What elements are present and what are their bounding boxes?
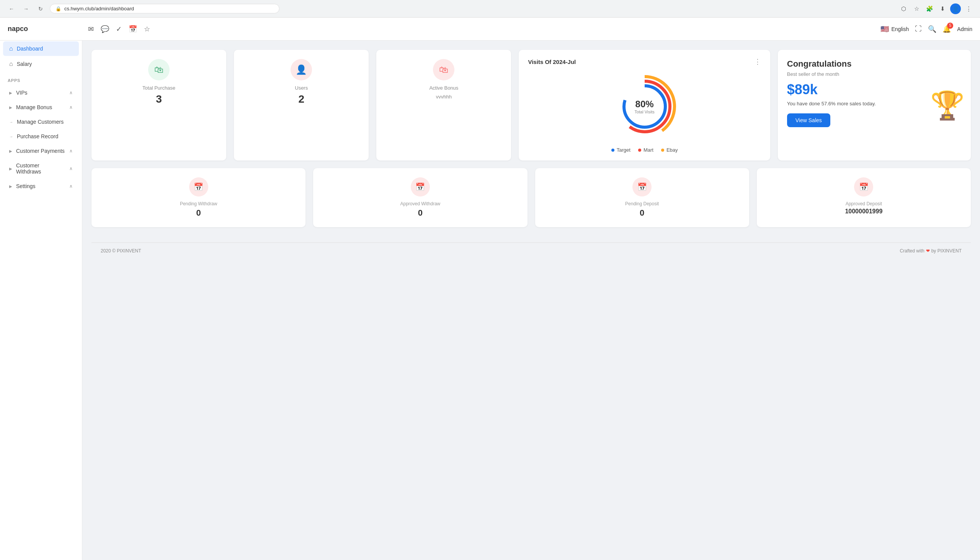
apps-section-label: APPS <box>0 72 82 85</box>
calendar-icon: 📅 <box>415 182 425 192</box>
check-icon[interactable]: ✓ <box>116 25 122 33</box>
approved-withdraw-icon-circle: 📅 <box>411 177 430 197</box>
approved-deposit-card: 📅 Approved Deposit 10000001999 <box>757 168 971 227</box>
users-label: Users <box>295 85 308 91</box>
reload-button[interactable]: ↻ <box>35 3 46 14</box>
congrats-title: Congratulations <box>787 59 962 69</box>
calendar-icon[interactable]: 📅 <box>129 25 137 33</box>
pending-deposit-card: 📅 Pending Deposit 0 <box>535 168 749 227</box>
users-value: 2 <box>298 93 304 105</box>
sidebar-item-manage-customers[interactable]: → Manage Customers <box>3 115 79 129</box>
total-purchase-label: Total Purchase <box>143 85 175 91</box>
lock-icon: 🔒 <box>55 6 61 12</box>
congrats-subtitle: Best seller of the month <box>787 71 962 77</box>
donut-label: Total Visits <box>635 110 654 114</box>
approved-deposit-value: 10000001999 <box>845 208 882 215</box>
sidebar-item-label: Dashboard <box>17 46 73 52</box>
url-text: cs.hwym.club/admin/dashboard <box>64 6 134 12</box>
chat-icon[interactable]: 💬 <box>101 25 109 33</box>
congratulations-card: Congratulations Best seller of the month… <box>778 50 971 160</box>
search-button[interactable]: 🔍 <box>928 25 936 33</box>
shopping-bag-icon: 🛍 <box>154 64 163 75</box>
calendar-icon: 📅 <box>637 182 647 192</box>
language-label: English <box>891 26 909 32</box>
sidebar-item-label: Manage Customers <box>17 119 73 125</box>
home-icon: ⌂ <box>9 45 13 52</box>
chevron-up-icon: ∧ <box>69 148 73 153</box>
page-content: 🛍 Total Purchase 3 👤 Users 2 🛍 <box>82 41 980 560</box>
main-area: ⌂ Dashboard ⌂ Salary APPS ▶ VIPs ∧ ▶ Man… <box>0 41 980 560</box>
footer-right: Crafted with ❤ by PIXINVENT <box>900 248 962 253</box>
play-icon: ▶ <box>9 149 12 153</box>
users-icon-circle: 👤 <box>291 59 312 80</box>
legend-ebay: Ebay <box>661 147 678 153</box>
chevron-up-icon: ∧ <box>69 90 73 95</box>
profile-button[interactable]: 👤 <box>950 3 961 14</box>
sidebar-item-label: Customer Withdraws <box>16 162 65 175</box>
footer: 2020 © PIXINVENT Crafted with ❤ by PIXIN… <box>91 242 971 259</box>
mart-dot <box>638 148 641 152</box>
approved-deposit-label: Approved Deposit <box>845 201 882 207</box>
bookmark-button[interactable]: ☆ <box>911 3 922 14</box>
mart-label: Mart <box>643 147 653 153</box>
sidebar-item-label: Manage Bonus <box>16 104 65 110</box>
view-sales-button[interactable]: View Sales <box>787 113 831 127</box>
star-icon[interactable]: ☆ <box>144 25 150 33</box>
fullscreen-button[interactable]: ⛶ <box>915 25 922 33</box>
brand-name: napco <box>8 25 88 33</box>
sidebar-item-vips[interactable]: ▶ VIPs ∧ <box>3 86 79 100</box>
by-text: by PIXINVENT <box>931 248 962 253</box>
language-selector[interactable]: 🇺🇸 English <box>880 25 909 33</box>
app-wrapper: napco ✉ 💬 ✓ 📅 ☆ 🇺🇸 English ⛶ 🔍 🔔 5 Admin <box>0 18 980 560</box>
bonus-bag-icon: 🛍 <box>439 64 448 75</box>
sidebar-item-purchase-record[interactable]: → Purchase Record <box>3 130 79 143</box>
sidebar-item-settings[interactable]: ▶ Settings ∧ <box>3 179 79 193</box>
extensions-button[interactable]: 🧩 <box>924 3 935 14</box>
sidebar-item-label: VIPs <box>16 90 65 96</box>
sidebar-item-manage-bonus[interactable]: ▶ Manage Bonus ∧ <box>3 100 79 114</box>
address-bar[interactable]: 🔒 cs.hwym.club/admin/dashboard <box>50 4 279 13</box>
approved-withdraw-value: 0 <box>418 208 423 218</box>
sidebar-item-salary[interactable]: ⌂ Salary <box>3 57 79 71</box>
cast-button[interactable]: ⬡ <box>898 3 909 14</box>
sidebar-item-customer-withdraws[interactable]: ▶ Customer Withdraws ∧ <box>3 158 79 178</box>
ebay-dot <box>661 148 664 152</box>
chart-title: Visits Of 2024-Jul <box>528 58 576 65</box>
pending-deposit-icon-circle: 📅 <box>633 177 651 197</box>
chevron-up-icon: ∧ <box>69 166 73 171</box>
sidebar-item-label: Purchase Record <box>17 133 73 140</box>
download-button[interactable]: ⬇ <box>937 3 948 14</box>
chart-area: 80% Total Visits Target Mart <box>528 72 761 153</box>
legend-target: Target <box>611 147 631 153</box>
back-button[interactable]: ← <box>6 3 17 14</box>
forward-button[interactable]: → <box>21 3 32 14</box>
admin-name: Admin <box>957 26 972 32</box>
user-icon: 👤 <box>296 64 307 75</box>
chart-menu-button[interactable]: ⋮ <box>754 57 761 66</box>
crafted-text: Crafted with <box>900 248 925 253</box>
donut-center: 80% Total Visits <box>635 99 654 114</box>
calendar-icon: 📅 <box>194 182 203 192</box>
pending-withdraw-value: 0 <box>196 208 201 218</box>
sidebar-item-label: Salary <box>17 61 73 67</box>
header-right: 🇺🇸 English ⛶ 🔍 🔔 5 Admin <box>880 25 972 33</box>
browser-chrome: ← → ↻ 🔒 cs.hwym.club/admin/dashboard ⬡ ☆… <box>0 0 980 18</box>
active-bonus-card: 🛍 Active Bonus vvvhhh <box>376 50 511 160</box>
pending-deposit-value: 0 <box>639 208 644 218</box>
donut-percent: 80% <box>635 99 654 110</box>
browser-right-icons: ⬡ ☆ 🧩 ⬇ 👤 ⋮ <box>898 3 974 14</box>
sidebar-item-label: Customer Payments <box>16 148 65 154</box>
header-icons: ✉ 💬 ✓ 📅 ☆ <box>88 25 880 33</box>
chevron-up-icon: ∧ <box>69 105 73 110</box>
chevron-up-icon: ∧ <box>69 183 73 189</box>
mail-icon[interactable]: ✉ <box>88 25 94 33</box>
sidebar-item-dashboard[interactable]: ⌂ Dashboard <box>3 42 79 56</box>
chart-header: Visits Of 2024-Jul ⋮ <box>528 57 761 66</box>
play-icon: ▶ <box>9 167 12 171</box>
more-button[interactable]: ⋮ <box>963 3 974 14</box>
pending-withdraw-card: 📅 Pending Withdraw 0 <box>91 168 306 227</box>
pending-deposit-label: Pending Deposit <box>625 201 659 207</box>
heart-icon: ❤ <box>926 248 930 253</box>
sidebar-item-customer-payments[interactable]: ▶ Customer Payments ∧ <box>3 144 79 158</box>
active-bonus-label: Active Bonus <box>429 85 458 91</box>
